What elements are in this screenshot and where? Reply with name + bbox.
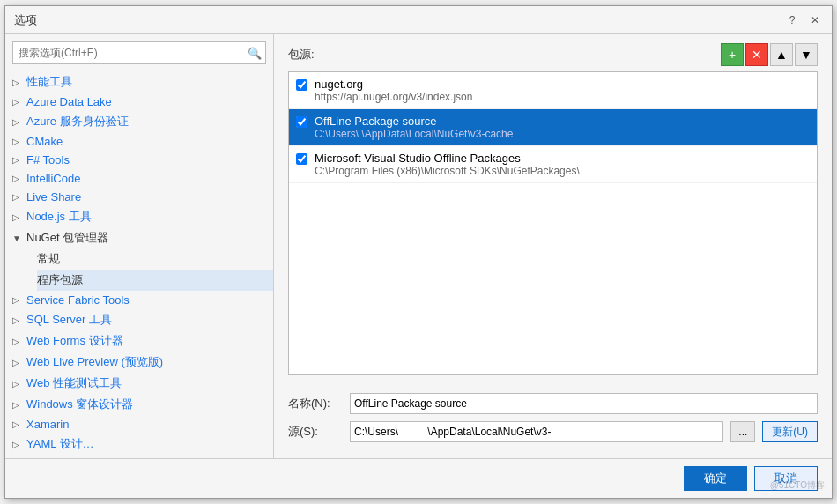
arrow-fsharp: ▷ — [12, 155, 25, 165]
tree-item-webperf[interactable]: ▷ Web 性能测试工具 — [5, 373, 273, 394]
package-url-ms-offline: C:\Program Files (x86)\Microsoft SDKs\Nu… — [315, 165, 810, 177]
search-icon[interactable]: 🔍 — [244, 42, 265, 63]
title-bar: 选项 ? ✕ — [5, 6, 832, 34]
close-button[interactable]: ✕ — [807, 12, 823, 28]
arrow-weblive: ▷ — [12, 358, 25, 367]
tree-label-yaml: YAML 设计… — [26, 436, 94, 452]
arrow-xaml: ▷ — [12, 400, 25, 410]
arrow-webforms: ▷ — [12, 337, 25, 346]
tree-label-webperf: Web 性能测试工具 — [26, 375, 122, 391]
tree-label-nuget: NuGet 包管理器 — [26, 230, 108, 246]
tree-item-adl[interactable]: ▷ Azure Data Lake — [5, 93, 273, 111]
watermark: @51CTO博客 — [770, 479, 825, 492]
search-box: 🔍 — [12, 41, 266, 64]
tree-item-sf[interactable]: ▷ Service Fabric Tools — [5, 291, 273, 309]
tree-item-weblive[interactable]: ▷ Web Live Preview (预览版) — [5, 352, 273, 373]
tree-item-perf[interactable]: ▷ 性能工具 — [5, 71, 273, 93]
dialog-footer: 确定 取消 — [5, 458, 832, 498]
tree-label-adl: Azure Data Lake — [26, 95, 112, 108]
update-button[interactable]: 更新(U) — [762, 421, 818, 442]
package-checkbox-offline[interactable] — [296, 116, 307, 128]
remove-package-button[interactable]: ✕ — [745, 43, 768, 66]
package-url-nuget-org: https://api.nuget.org/v3/index.json — [315, 91, 810, 103]
package-url-offline: C:\Users\ \AppData\Local\NuGet\v3-cache — [315, 128, 810, 140]
tree-child-package-source-label: 程序包源 — [37, 272, 83, 288]
dialog-title: 选项 — [14, 12, 37, 28]
tree-item-xamarin[interactable]: ▷ Xamarin — [5, 415, 273, 434]
tree-item-webforms[interactable]: ▷ Web Forms 设计器 — [5, 330, 273, 352]
tree-label-perf: 性能工具 — [26, 74, 72, 90]
package-name-offline: OffLine Package source — [315, 115, 810, 128]
arrow-sf: ▷ — [12, 295, 25, 305]
arrow-sql: ▷ — [12, 315, 25, 325]
right-header: 包源: + ✕ ▲ ▼ — [288, 43, 818, 66]
tree-label-fsharp: F# Tools — [26, 153, 70, 167]
arrow-xamarin: ▷ — [12, 419, 25, 429]
left-panel: 🔍 ▷ 性能工具 ▷ Azure Data Lake ▷ Azure 服务身份验… — [5, 34, 274, 458]
package-info-offline: OffLine Package source C:\Users\ \AppDat… — [315, 115, 810, 140]
tree-item-sql[interactable]: ▷ SQL Server 工具 — [5, 309, 273, 330]
tree-item-cmake[interactable]: ▷ CMake — [5, 132, 273, 151]
tree-item-xaml[interactable]: ▷ Windows 窗体设计器 — [5, 394, 273, 415]
arrow-nodejs: ▷ — [12, 212, 25, 222]
arrow-azure-auth: ▷ — [12, 117, 25, 127]
name-input[interactable] — [350, 393, 818, 414]
arrow-webperf: ▷ — [12, 379, 25, 389]
tree-label-cmake: CMake — [26, 135, 63, 148]
tree-child-general[interactable]: 常规 — [37, 248, 273, 270]
right-panel: 包源: + ✕ ▲ ▼ nuget.org https://api.nuget.… — [274, 34, 832, 458]
tree-label-liveshare: Live Share — [26, 190, 81, 204]
tree-child-package-source[interactable]: 程序包源 — [37, 270, 273, 291]
tree-label-sql: SQL Server 工具 — [26, 312, 112, 328]
package-item-nuget-org[interactable]: nuget.org https://api.nuget.org/v3/index… — [289, 72, 817, 109]
arrow-liveshare: ▷ — [12, 192, 25, 202]
source-form-row: 源(S): ... 更新(U) — [288, 421, 818, 442]
dialog-body: 🔍 ▷ 性能工具 ▷ Azure Data Lake ▷ Azure 服务身份验… — [5, 34, 832, 458]
tree-label-intellicode: IntelliCode — [26, 172, 80, 185]
move-down-button[interactable]: ▼ — [795, 43, 818, 66]
tree-area: ▷ 性能工具 ▷ Azure Data Lake ▷ Azure 服务身份验证 … — [5, 71, 273, 458]
tree-label-xamarin: Xamarin — [26, 418, 69, 431]
package-info-ms-offline: Microsoft Visual Studio Offline Packages… — [315, 152, 810, 177]
tree-item-intellicode[interactable]: ▷ IntelliCode — [5, 169, 273, 188]
search-input[interactable] — [13, 47, 244, 59]
arrow-adl: ▷ — [12, 97, 25, 107]
tree-label-xaml: Windows 窗体设计器 — [26, 397, 133, 412]
options-dialog: 选项 ? ✕ 🔍 ▷ 性能工具 ▷ Azure Data Lake — [4, 5, 833, 499]
arrow-cmake: ▷ — [12, 137, 25, 146]
nuget-children: 常规 程序包源 — [5, 248, 273, 291]
package-item-ms-offline[interactable]: Microsoft Visual Studio Offline Packages… — [289, 146, 817, 183]
package-list: nuget.org https://api.nuget.org/v3/index… — [288, 71, 818, 375]
tree-item-azure-auth[interactable]: ▷ Azure 服务身份验证 — [5, 111, 273, 132]
name-label: 名称(N): — [288, 396, 343, 411]
bottom-form: 名称(N): 源(S): ... 更新(U) — [288, 386, 818, 449]
tree-label-nodejs: Node.js 工具 — [26, 209, 92, 225]
package-checkbox-nuget-org[interactable] — [296, 79, 307, 91]
arrow-yaml: ▷ — [12, 440, 25, 449]
source-label: 源(S): — [288, 424, 343, 440]
tree-item-nuget[interactable]: ▼ NuGet 包管理器 — [5, 227, 273, 248]
source-input[interactable] — [350, 421, 723, 442]
arrow-intellicode: ▷ — [12, 174, 25, 183]
title-controls: ? ✕ — [784, 12, 823, 28]
arrow-perf: ▷ — [12, 78, 25, 87]
tree-item-fsharp[interactable]: ▷ F# Tools — [5, 151, 273, 169]
tree-child-general-label: 常规 — [37, 251, 60, 267]
name-form-row: 名称(N): — [288, 393, 818, 414]
add-package-button[interactable]: + — [721, 43, 744, 66]
tree-label-sf: Service Fabric Tools — [26, 293, 130, 307]
tree-item-liveshare[interactable]: ▷ Live Share — [5, 188, 273, 206]
help-button[interactable]: ? — [784, 12, 800, 28]
arrow-nuget: ▼ — [12, 233, 25, 243]
move-up-button[interactable]: ▲ — [770, 43, 793, 66]
tree-item-yaml[interactable]: ▷ YAML 设计… — [5, 434, 273, 455]
browse-button[interactable]: ... — [730, 421, 755, 442]
tree-label-webforms: Web Forms 设计器 — [26, 333, 123, 349]
package-name-nuget-org: nuget.org — [315, 78, 810, 91]
package-item-offline[interactable]: OffLine Package source C:\Users\ \AppDat… — [289, 109, 817, 146]
package-info-nuget-org: nuget.org https://api.nuget.org/v3/index… — [315, 78, 810, 103]
ok-button[interactable]: 确定 — [684, 466, 747, 491]
section-label: 包源: — [288, 47, 315, 63]
tree-item-nodejs[interactable]: ▷ Node.js 工具 — [5, 206, 273, 227]
package-checkbox-ms-offline[interactable] — [296, 153, 307, 165]
